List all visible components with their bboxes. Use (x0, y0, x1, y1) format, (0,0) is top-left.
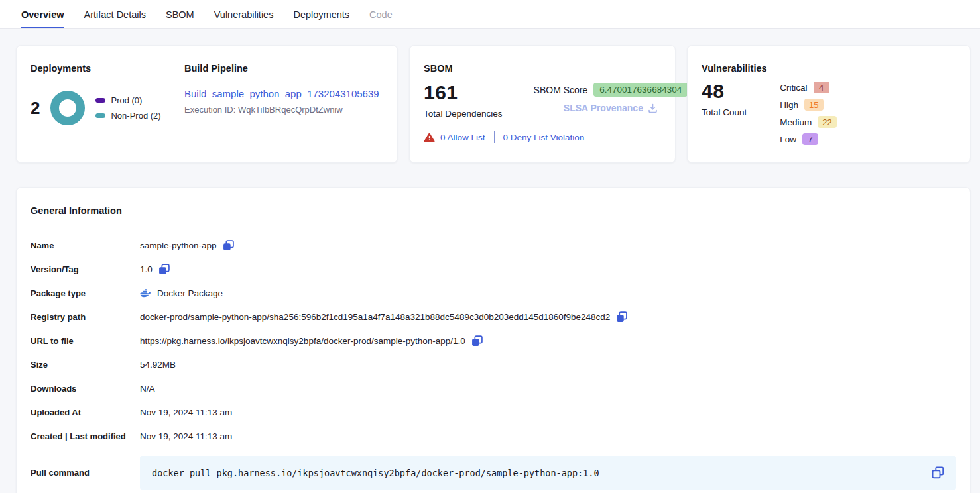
row-size: Size 54.92MB (31, 353, 956, 376)
deployments-card: Deployments 2 Prod (0) Non-Prod (2) (16, 45, 398, 163)
deployments-summary: 2 Prod (0) Non-Prod (2) (31, 91, 184, 125)
sbom-score-block: SBOM Score 6.470017636684304 SLSA Proven… (517, 82, 688, 119)
deployments-section: Deployments 2 Prod (0) Non-Prod (2) (31, 63, 184, 145)
row-downloads-label: Downloads (31, 384, 140, 394)
artifact-name-value: sample-python-app (140, 241, 217, 250)
version-tag-value: 1.0 (140, 264, 153, 274)
row-created-modified-label: Created | Last modified (31, 431, 140, 441)
copy-registry-path-button[interactable] (616, 311, 627, 323)
package-type-value: Docker Package (157, 288, 223, 298)
deny-list-link[interactable]: 0 Deny List Violation (503, 133, 585, 142)
row-created-modified: Created | Last modified Nov 19, 2024 11:… (31, 424, 956, 448)
medium-count-badge: 22 (818, 116, 836, 128)
tab-sbom[interactable]: SBOM (166, 0, 194, 28)
build-pipeline-section: Build Pipeline Build_sample_python_app_1… (184, 63, 383, 145)
general-information-title: General Information (31, 205, 956, 216)
tab-vulnerabilities[interactable]: Vulnerabilities (214, 0, 274, 28)
high-count-badge: 15 (804, 99, 823, 111)
deny-list-label: 0 Deny List Violation (503, 133, 585, 142)
uploaded-at-value: Nov 19, 2024 11:13 am (140, 408, 232, 417)
general-information-card: General Information Name sample-python-a… (16, 187, 971, 493)
vulnerabilities-summary: 48 Total Count Critical 4 High 15 Medium (702, 80, 956, 145)
build-pipeline-title: Build Pipeline (184, 63, 383, 74)
sbom-score-row: SBOM Score 6.470017636684304 (534, 83, 688, 97)
execution-id-text: Execution ID: WqkTiIbBRqecQrpDtZwniw (184, 105, 383, 115)
copy-name-button[interactable] (223, 240, 234, 251)
severity-row-low: Low 7 (780, 133, 836, 145)
critical-count-badge: 4 (814, 82, 829, 93)
row-name: Name sample-python-app (31, 233, 956, 257)
vulnerabilities-title: Vulnerabilities (702, 63, 956, 74)
pull-command-label: Pull command (31, 468, 140, 478)
download-icon (648, 103, 658, 113)
low-label: Low (780, 135, 796, 144)
row-downloads: Downloads N/A (31, 376, 956, 400)
created-modified-value: Nov 19, 2024 11:13 am (140, 431, 232, 441)
sbom-title: SBOM (424, 63, 661, 74)
deployments-title: Deployments (31, 63, 184, 74)
sbom-policy-links: 0 Allow List 0 Deny List Violation (424, 131, 661, 143)
row-uploaded-at: Uploaded At Nov 19, 2024 11:13 am (31, 400, 956, 424)
deployments-legend: Prod (0) Non-Prod (2) (95, 95, 160, 121)
low-count-badge: 7 (802, 133, 818, 145)
prod-legend-label: Prod (0) (111, 95, 142, 105)
copy-url-button[interactable] (471, 335, 483, 347)
vuln-total-block: 48 Total Count (702, 80, 747, 145)
sbom-card: SBOM 161 Total Dependencies SBOM Score 6… (409, 45, 676, 163)
row-registry-path: Registry path docker-prod/sample-python-… (31, 305, 956, 329)
vuln-total-count: 48 (702, 80, 747, 103)
vuln-total-label: Total Count (702, 107, 747, 117)
overview-content: Deployments 2 Prod (0) Non-Prod (2) (0, 29, 980, 493)
row-url-to-file-label: URL to file (31, 336, 140, 346)
slsa-provenance-label: SLSA Provenance (564, 103, 643, 113)
copy-version-button[interactable] (158, 264, 170, 275)
tab-overview[interactable]: Overview (21, 0, 64, 28)
severity-list: Critical 4 High 15 Medium 22 Low 7 (763, 80, 836, 145)
severity-row-high: High 15 (780, 99, 836, 111)
size-value: 54.92MB (140, 360, 176, 370)
copy-pull-command-button[interactable] (932, 466, 944, 479)
sbom-score-badge: 6.470017636684304 (593, 83, 688, 97)
sbom-total-count: 161 (424, 82, 503, 104)
prod-swatch-icon (95, 98, 105, 103)
row-url-to-file: URL to file https://pkg.harness.io/ikpsj… (31, 329, 956, 353)
row-registry-path-value-group: docker-prod/sample-python-app/sha256:596… (140, 311, 627, 323)
severity-row-medium: Medium 22 (780, 116, 836, 128)
row-uploaded-at-label: Uploaded At (31, 408, 140, 417)
summary-cards-row: Deployments 2 Prod (0) Non-Prod (2) (16, 45, 971, 163)
docker-whale-icon (140, 289, 151, 298)
slsa-provenance-link[interactable]: SLSA Provenance (534, 103, 688, 113)
row-package-type-label: Package type (31, 288, 140, 298)
nonprod-legend-label: Non-Prod (2) (111, 111, 160, 121)
sbom-summary: 161 Total Dependencies SBOM Score 6.4700… (424, 82, 661, 119)
row-pull-command: Pull command docker pull pkg.harness.io/… (31, 456, 956, 490)
row-version-value-group: 1.0 (140, 264, 170, 275)
artifact-tabbar: Overview Artifact Details SBOM Vulnerabi… (0, 0, 980, 29)
row-size-label: Size (31, 360, 140, 370)
row-url-to-file-value-group: https://pkg.harness.io/ikpsjoavtcwxnqisy… (140, 335, 483, 347)
registry-path-value: docker-prod/sample-python-app/sha256:596… (140, 312, 610, 322)
allow-list-label: 0 Allow List (440, 133, 485, 142)
general-information-rows: Name sample-python-app Version/Tag 1.0 (31, 233, 956, 490)
tab-code: Code (369, 0, 393, 28)
warning-triangle-icon (424, 133, 435, 142)
row-package-type-value-group: Docker Package (140, 288, 223, 298)
critical-label: Critical (780, 83, 807, 93)
allow-list-link[interactable]: 0 Allow List (424, 133, 485, 142)
row-name-label: Name (31, 241, 140, 250)
tab-deployments[interactable]: Deployments (293, 0, 349, 28)
tab-artifact-details[interactable]: Artifact Details (84, 0, 146, 28)
row-version-label: Version/Tag (31, 264, 140, 274)
downloads-value: N/A (140, 384, 155, 394)
sbom-score-label: SBOM Score (534, 85, 588, 95)
pull-command-box: docker pull pkg.harness.io/ikpsjoavtcwxn… (140, 456, 956, 490)
build-pipeline-link[interactable]: Build_sample_python_app_1732043105639 (184, 88, 379, 99)
row-version: Version/Tag 1.0 (31, 257, 956, 281)
links-divider (494, 131, 495, 143)
nonprod-swatch-icon (95, 113, 105, 118)
url-to-file-value: https://pkg.harness.io/ikpsjoavtcwxnqisy… (140, 336, 465, 346)
row-package-type: Package type (31, 281, 956, 305)
sbom-total-block: 161 Total Dependencies (424, 82, 503, 119)
deployments-total-count: 2 (31, 98, 40, 119)
sbom-total-label: Total Dependencies (424, 109, 503, 119)
